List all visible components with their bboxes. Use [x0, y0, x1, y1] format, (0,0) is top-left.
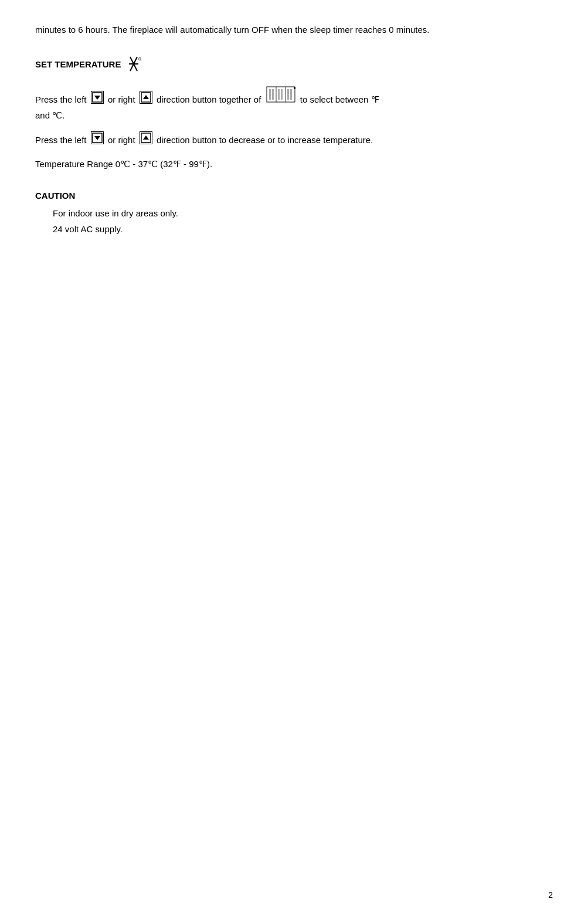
caution-section: CAUTION For indoor use in dry areas only…	[35, 189, 553, 236]
svg-marker-5	[94, 96, 100, 100]
caution-item-1: For indoor use in dry areas only.	[53, 207, 553, 221]
caution-item-2: 24 volt AC supply.	[53, 223, 553, 236]
set-temperature-section: SET TEMPERATURE o	[35, 55, 553, 76]
svg-marker-7	[143, 95, 149, 99]
svg-rect-16	[290, 89, 292, 100]
svg-rect-12	[272, 89, 274, 100]
svg-rect-11	[269, 89, 271, 100]
svg-text:o: o	[138, 56, 141, 62]
temperature-symbol-icon: o	[125, 55, 147, 76]
caution-list: For indoor use in dry areas only. 24 vol…	[35, 207, 553, 236]
led-display-icon	[266, 86, 295, 103]
caution-title: CAUTION	[35, 189, 553, 203]
svg-marker-19	[94, 136, 100, 140]
svg-point-17	[294, 87, 295, 89]
svg-rect-13	[278, 89, 280, 100]
set-temperature-title: SET TEMPERATURE	[35, 58, 121, 72]
direction-button-text-2: direction button to decrease or to incre…	[157, 135, 373, 145]
direction-button-text-1: direction button together of	[157, 94, 264, 104]
up-arrow-icon-2	[140, 131, 152, 144]
down-arrow-icon-2	[91, 131, 104, 144]
or-right-text-2: or right	[108, 135, 138, 145]
page-number: 2	[548, 889, 553, 901]
and-celsius-text: and ℃.	[35, 110, 64, 120]
svg-rect-14	[281, 89, 283, 100]
intro-paragraph: minutes to 6 hours. The fireplace will a…	[35, 23, 553, 37]
or-right-text-1: or right	[108, 94, 138, 104]
svg-marker-21	[143, 135, 149, 140]
svg-rect-15	[287, 89, 289, 100]
instruction-line-2: Press the left or right direction button…	[35, 131, 553, 148]
instruction-line-1: Press the left or right direction button…	[35, 86, 553, 123]
press-left-text-2: Press the left	[35, 135, 89, 145]
down-arrow-icon	[91, 91, 104, 104]
select-between-text: to select between ℉	[300, 94, 379, 104]
temperature-range: Temperature Range 0℃ - 37℃ (32℉ - 99℉).	[35, 156, 553, 172]
up-arrow-icon-1	[140, 91, 152, 104]
press-left-text-1: Press the left	[35, 94, 89, 104]
